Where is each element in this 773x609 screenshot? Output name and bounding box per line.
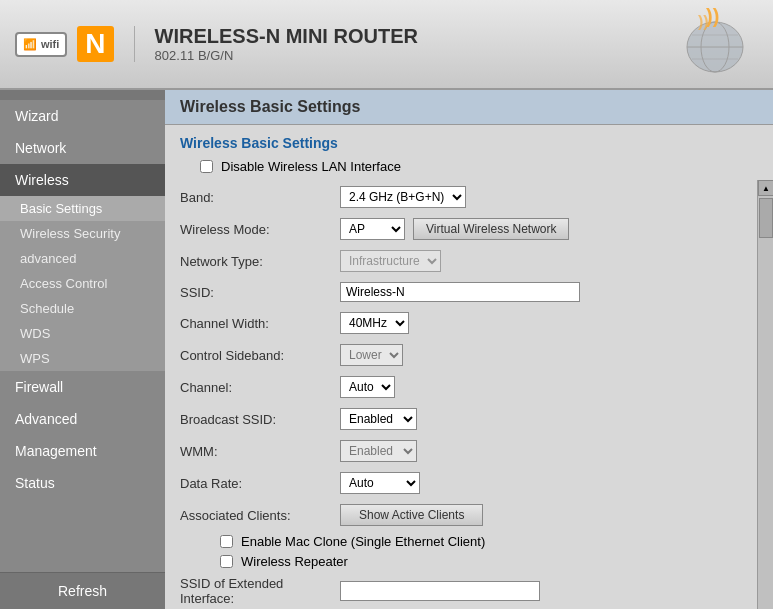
sidebar-sub-wds[interactable]: WDS: [0, 321, 165, 346]
logo-area: 📶 wifi N: [15, 26, 135, 62]
wmm-row: WMM: Enabled Disabled: [180, 438, 758, 464]
sidebar: Wizard Network Wireless Basic Settings W…: [0, 90, 165, 609]
svg-text:)): )): [698, 13, 709, 30]
sidebar-item-wireless[interactable]: Wireless: [0, 164, 165, 196]
disable-wireless-row: Disable Wireless LAN Interface: [180, 159, 758, 174]
sidebar-sub-wps[interactable]: WPS: [0, 346, 165, 371]
control-sideband-row: Control Sideband: Lower Upper: [180, 342, 758, 368]
scroll-up-button[interactable]: ▲: [758, 180, 773, 196]
n-logo: N: [77, 26, 113, 62]
control-sideband-select[interactable]: Lower Upper: [340, 344, 403, 366]
wireless-repeater-row: Wireless Repeater: [180, 554, 758, 569]
broadcast-ssid-control: Enabled Disabled: [340, 408, 417, 430]
router-title: WIRELESS-N MINI ROUTER 802.11 B/G/N: [155, 25, 418, 63]
channel-width-select[interactable]: 40MHz 20MHz: [340, 312, 409, 334]
channel-label: Channel:: [180, 380, 340, 395]
wireless-repeater-label: Wireless Repeater: [241, 554, 348, 569]
disable-wireless-checkbox[interactable]: [200, 160, 213, 173]
ssid-extended-input[interactable]: [340, 581, 540, 601]
ssid-control: [340, 282, 580, 302]
data-rate-row: Data Rate: Auto 1 Mbps 2 Mbps 5.5 Mbps 1…: [180, 470, 758, 496]
page-title: Wireless Basic Settings: [165, 90, 773, 125]
ssid-row: SSID:: [180, 280, 758, 304]
wireless-mode-row: Wireless Mode: AP Client Bridge Virtual …: [180, 216, 758, 242]
network-type-label: Network Type:: [180, 254, 340, 269]
mac-clone-row: Enable Mac Clone (Single Ethernet Client…: [180, 534, 758, 549]
disable-wireless-label: Disable Wireless LAN Interface: [221, 159, 401, 174]
wmm-label: WMM:: [180, 444, 340, 459]
data-rate-select[interactable]: Auto 1 Mbps 2 Mbps 5.5 Mbps 11 Mbps: [340, 472, 420, 494]
wifi-text: wifi: [41, 38, 59, 50]
main-layout: Wizard Network Wireless Basic Settings W…: [0, 90, 773, 609]
broadcast-ssid-row: Broadcast SSID: Enabled Disabled: [180, 406, 758, 432]
main-content: Wireless Basic Settings Wireless Basic S…: [165, 90, 773, 609]
associated-clients-label: Associated Clients:: [180, 508, 340, 523]
ssid-input[interactable]: [340, 282, 580, 302]
sidebar-sub-wireless-security[interactable]: Wireless Security: [0, 221, 165, 246]
sidebar-sub-advanced[interactable]: advanced: [0, 246, 165, 271]
mac-clone-label: Enable Mac Clone (Single Ethernet Client…: [241, 534, 485, 549]
band-label: Band:: [180, 190, 340, 205]
network-type-control: Infrastructure: [340, 250, 441, 272]
sidebar-item-status[interactable]: Status: [0, 467, 165, 499]
data-rate-control: Auto 1 Mbps 2 Mbps 5.5 Mbps 11 Mbps: [340, 472, 420, 494]
sidebar-sub-access-control[interactable]: Access Control: [0, 271, 165, 296]
router-name: WIRELESS-N MINI ROUTER: [155, 25, 418, 48]
sidebar-sub-basic-settings[interactable]: Basic Settings: [0, 196, 165, 221]
wireless-mode-control: AP Client Bridge Virtual Wireless Networ…: [340, 218, 569, 240]
router-model: 802.11 B/G/N: [155, 48, 418, 63]
sidebar-item-wizard[interactable]: Wizard: [0, 100, 165, 132]
channel-row: Channel: Auto 1234 5678 91011: [180, 374, 758, 400]
network-type-row: Network Type: Infrastructure: [180, 248, 758, 274]
mac-clone-checkbox[interactable]: [220, 535, 233, 548]
virtual-wireless-network-button[interactable]: Virtual Wireless Network: [413, 218, 569, 240]
globe-icon: )) )): [678, 5, 753, 83]
header: 📶 wifi N WIRELESS-N MINI ROUTER 802.11 B…: [0, 0, 773, 90]
wmm-control: Enabled Disabled: [340, 440, 417, 462]
band-row: Band: 2.4 GHz (B+G+N) 2.4 GHz (B) 2.4 GH…: [180, 184, 758, 210]
band-select[interactable]: 2.4 GHz (B+G+N) 2.4 GHz (B) 2.4 GHz (G) …: [340, 186, 466, 208]
scrollbar[interactable]: ▲ ▼: [757, 180, 773, 609]
sidebar-item-firewall[interactable]: Firewall: [0, 371, 165, 403]
ssid-extended-row: SSID of Extended Interface:: [180, 574, 758, 608]
channel-control: Auto 1234 5678 91011: [340, 376, 395, 398]
ssid-label: SSID:: [180, 285, 340, 300]
wmm-select[interactable]: Enabled Disabled: [340, 440, 417, 462]
content-area: Wireless Basic Settings Disable Wireless…: [165, 125, 773, 609]
network-type-select[interactable]: Infrastructure: [340, 250, 441, 272]
scroll-thumb[interactable]: [759, 198, 773, 238]
broadcast-ssid-select[interactable]: Enabled Disabled: [340, 408, 417, 430]
wireless-mode-select[interactable]: AP Client Bridge: [340, 218, 405, 240]
ssid-extended-control: [340, 581, 540, 601]
channel-width-row: Channel Width: 40MHz 20MHz: [180, 310, 758, 336]
wifi-logo: 📶 wifi: [15, 32, 67, 57]
ssid-extended-label: SSID of Extended Interface:: [180, 576, 340, 606]
wireless-repeater-checkbox[interactable]: [220, 555, 233, 568]
sidebar-item-network[interactable]: Network: [0, 132, 165, 164]
band-control: 2.4 GHz (B+G+N) 2.4 GHz (B) 2.4 GHz (G) …: [340, 186, 466, 208]
broadcast-ssid-label: Broadcast SSID:: [180, 412, 340, 427]
channel-select[interactable]: Auto 1234 5678 91011: [340, 376, 395, 398]
sidebar-item-advanced[interactable]: Advanced: [0, 403, 165, 435]
channel-width-control: 40MHz 20MHz: [340, 312, 409, 334]
sidebar-sub-schedule[interactable]: Schedule: [0, 296, 165, 321]
show-active-clients-button[interactable]: Show Active Clients: [340, 504, 483, 526]
control-sideband-control: Lower Upper: [340, 344, 403, 366]
wireless-mode-label: Wireless Mode:: [180, 222, 340, 237]
data-rate-label: Data Rate:: [180, 476, 340, 491]
associated-clients-control: Show Active Clients: [340, 504, 483, 526]
refresh-button[interactable]: Refresh: [0, 572, 165, 609]
wifi-icon: 📶: [23, 38, 37, 51]
channel-width-label: Channel Width:: [180, 316, 340, 331]
associated-clients-row: Associated Clients: Show Active Clients: [180, 502, 758, 528]
section-title: Wireless Basic Settings: [180, 135, 758, 151]
control-sideband-label: Control Sideband:: [180, 348, 340, 363]
sidebar-item-management[interactable]: Management: [0, 435, 165, 467]
